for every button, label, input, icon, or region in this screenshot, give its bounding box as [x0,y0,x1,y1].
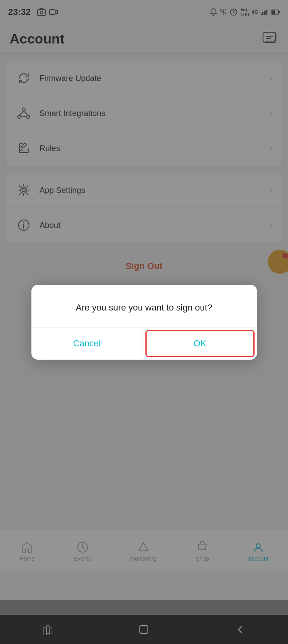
dialog-message: Are you sure you want to sign out? [44,301,244,314]
dialog-overlay: Are you sure you want to sign out? Cance… [0,0,288,644]
dialog-actions: Cancel OK [31,327,257,360]
dialog-body: Are you sure you want to sign out? [31,285,257,327]
dialog-cancel-button[interactable]: Cancel [31,327,143,360]
dialog-ok-button[interactable]: OK [145,330,255,357]
sign-out-dialog: Are you sure you want to sign out? Cance… [31,285,257,360]
